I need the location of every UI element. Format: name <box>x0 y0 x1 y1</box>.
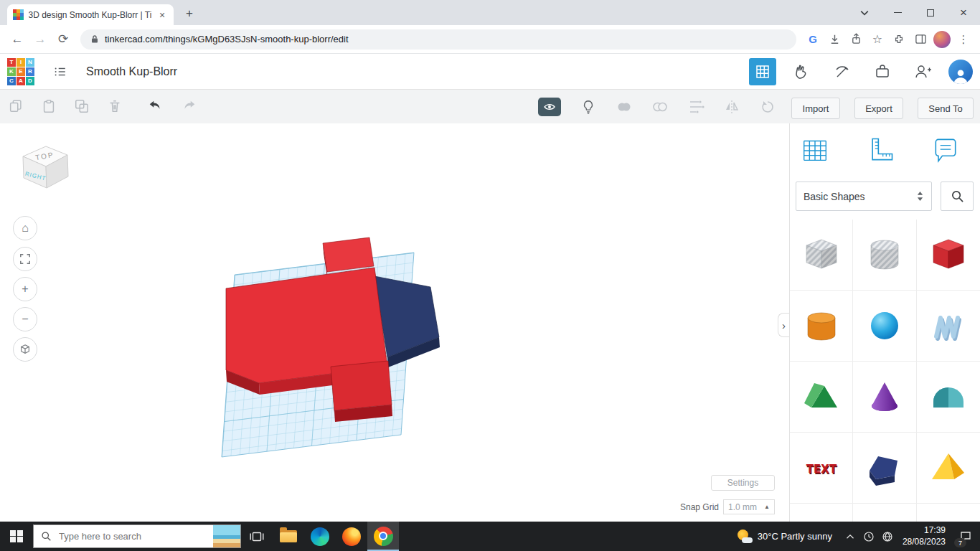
google-account-icon[interactable]: G <box>802 29 824 50</box>
start-button[interactable] <box>0 522 33 551</box>
share-icon[interactable] <box>845 29 867 50</box>
snap-grid-value: 1.0 mm <box>728 502 757 512</box>
tab-close-icon[interactable]: × <box>156 9 168 21</box>
new-tab-button[interactable]: + <box>181 5 198 22</box>
back-icon[interactable]: ← <box>6 28 29 51</box>
window-maximize-button[interactable] <box>914 0 947 25</box>
task-view-button[interactable] <box>241 522 273 551</box>
file-explorer-icon[interactable] <box>273 522 304 551</box>
redo-icon[interactable] <box>180 98 197 115</box>
shape-sphere[interactable] <box>853 291 916 362</box>
url-field[interactable]: tinkercad.com/things/kGMgD63SJsN-smooth-… <box>80 29 796 50</box>
shape-search-button[interactable] <box>941 182 974 211</box>
extensions-puzzle-icon[interactable] <box>888 29 910 50</box>
minecraft-pickaxe-icon[interactable] <box>828 57 857 86</box>
taskbar-date: 28/08/2023 <box>903 537 946 548</box>
model-red-bottom-box[interactable] <box>331 361 392 422</box>
url-text: tinkercad.com/things/kGMgD63SJsN-smooth-… <box>105 34 349 44</box>
chrome-icon[interactable] <box>367 522 399 551</box>
3d-scene[interactable] <box>201 230 459 466</box>
shape-cylinder-hole[interactable] <box>853 220 916 291</box>
lock-icon <box>90 34 99 44</box>
group-icon[interactable] <box>616 98 633 116</box>
side-panel-icon[interactable] <box>910 29 931 50</box>
shape-box-hole[interactable] <box>790 220 853 291</box>
design-properties-icon[interactable] <box>46 57 75 86</box>
blocks-view-button[interactable] <box>749 58 776 85</box>
align-icon[interactable] <box>687 98 705 116</box>
shape-text[interactable]: TEXT TEXT <box>790 433 853 504</box>
snap-grid-dropdown[interactable]: 1.0 mm ▲ <box>723 499 775 514</box>
shape-paraboloid[interactable] <box>917 504 980 522</box>
send-to-button[interactable]: Send To <box>918 98 974 119</box>
zoom-out-button[interactable]: − <box>13 307 37 331</box>
window-close-button[interactable]: × <box>947 0 980 25</box>
notification-badge: 7 <box>954 538 966 547</box>
windows-logo-icon <box>10 530 23 543</box>
delete-icon[interactable] <box>106 98 123 115</box>
shape-polygon[interactable] <box>853 433 916 504</box>
rotate-lock-icon[interactable] <box>759 98 776 116</box>
edge-icon[interactable] <box>304 522 336 551</box>
forward-icon[interactable]: → <box>29 28 52 51</box>
shape-box[interactable] <box>917 220 980 291</box>
zoom-in-button[interactable]: + <box>13 277 37 301</box>
import-button[interactable]: Import <box>791 98 840 119</box>
shape-cone[interactable] <box>853 362 916 433</box>
shape-half-sphere[interactable] <box>790 504 853 522</box>
lightbulb-icon[interactable] <box>580 98 597 116</box>
tray-expand-chevron-icon[interactable] <box>841 522 859 551</box>
home-view-button[interactable]: ⌂ <box>13 216 37 240</box>
firefox-icon[interactable] <box>336 522 367 551</box>
taskbar-clock[interactable]: 17:39 28/08/2023 <box>897 525 951 547</box>
shape-pyramid[interactable] <box>917 433 980 504</box>
shape-category-dropdown[interactable]: Basic Shapes <box>796 182 932 211</box>
classes-bag-icon[interactable] <box>868 57 897 86</box>
ungroup-icon[interactable] <box>651 98 669 116</box>
taskbar-search-input[interactable] <box>57 530 207 542</box>
logo-letter: N <box>26 58 34 67</box>
invite-person-icon[interactable] <box>908 57 937 86</box>
show-all-button[interactable] <box>538 98 561 116</box>
browser-menu-icon[interactable]: ⋮ <box>953 29 974 50</box>
user-avatar[interactable] <box>948 60 973 84</box>
search-highlight-image[interactable] <box>213 525 240 547</box>
panel-collapse-handle[interactable]: › <box>778 313 789 337</box>
tinkercad-header: T I N K E R C A D Smooth Kup-Blorr <box>0 54 980 90</box>
ruler-tool-icon[interactable] <box>864 133 897 166</box>
duplicate-icon[interactable] <box>73 98 90 115</box>
bookmark-star-icon[interactable]: ☆ <box>867 29 888 50</box>
shape-scribble[interactable] <box>917 291 980 362</box>
shape-cylinder[interactable] <box>790 291 853 362</box>
reload-icon[interactable]: ⟳ <box>52 28 75 51</box>
browser-profile-avatar[interactable] <box>931 29 953 50</box>
design-title[interactable]: Smooth Kup-Blorr <box>86 65 177 78</box>
view-cube[interactable]: TOP RIGHT <box>17 135 75 199</box>
notes-tool-icon[interactable] <box>929 133 962 166</box>
tinkercad-logo[interactable]: T I N K E R C A D <box>7 58 34 85</box>
simlab-glove-icon[interactable] <box>788 57 816 86</box>
paste-icon[interactable] <box>40 98 57 115</box>
download-icon[interactable] <box>824 29 845 50</box>
export-button[interactable]: Export <box>854 98 903 119</box>
tray-clock-icon[interactable] <box>859 522 878 551</box>
shape-round-roof[interactable] <box>917 362 980 433</box>
perspective-toggle-button[interactable] <box>13 337 37 362</box>
taskbar-search-box[interactable] <box>33 524 241 548</box>
action-center-button[interactable]: 7 <box>951 522 980 551</box>
grid-settings-button[interactable]: Settings <box>711 475 775 491</box>
tab-search-icon[interactable] <box>848 0 881 25</box>
windows-taskbar: 30°C Partly sunny 17:39 28/08/2023 7 <box>0 522 980 551</box>
browser-tab-bar: 3D design Smooth Kup-Blorr | Ti × + × <box>0 0 980 25</box>
taskbar-weather[interactable]: 30°C Partly sunny <box>728 529 841 545</box>
fit-view-button[interactable] <box>13 247 37 271</box>
browser-tab[interactable]: 3D design Smooth Kup-Blorr | Ti × <box>7 4 174 25</box>
mirror-icon[interactable] <box>723 98 740 116</box>
undo-icon[interactable] <box>147 98 164 115</box>
copy-icon[interactable] <box>7 98 24 115</box>
window-minimize-button[interactable] <box>881 0 914 25</box>
shape-torus[interactable] <box>853 504 916 522</box>
tray-network-icon[interactable] <box>878 522 897 551</box>
workplane-tool-icon[interactable] <box>798 133 831 166</box>
shape-roof[interactable] <box>790 362 853 433</box>
